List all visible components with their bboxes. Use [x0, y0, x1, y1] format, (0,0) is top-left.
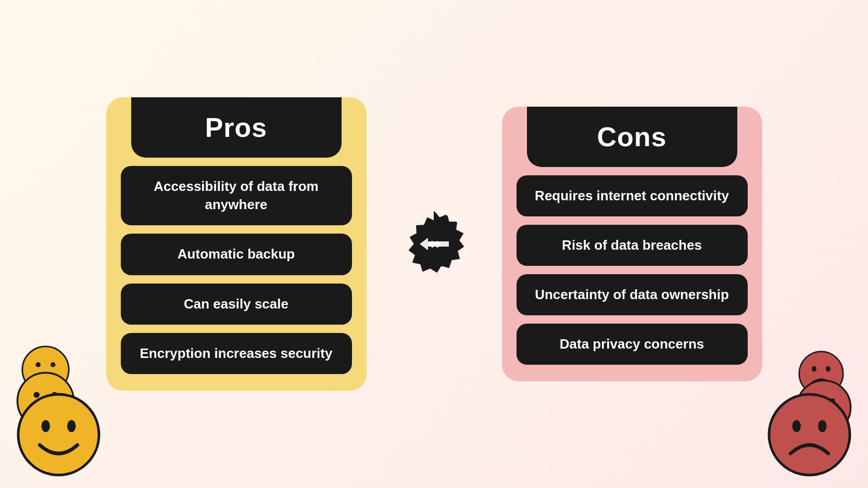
cons-item-4: Data privacy concerns [517, 324, 748, 365]
svg-point-1 [36, 362, 41, 367]
cons-item-1: Requires internet connectivity [517, 175, 748, 216]
svg-point-11 [826, 366, 831, 372]
pros-item-2: Automatic backup [121, 234, 352, 275]
sad-main [766, 392, 852, 478]
svg-point-2 [51, 362, 56, 367]
pros-item-3: Can easily scale [121, 284, 352, 325]
pros-item-4: Encryption increases security [121, 333, 352, 374]
cons-card: Cons Requires internet connectivity Risk… [502, 107, 762, 381]
svg-point-8 [67, 420, 76, 432]
cons-header: Cons [527, 107, 737, 167]
smiley-main [16, 392, 102, 478]
cons-item-2: Risk of data breaches [517, 225, 748, 266]
svg-point-15 [769, 394, 850, 475]
svg-point-17 [818, 420, 827, 432]
pros-card: Pros Accessibility of data from anywhere… [106, 97, 367, 390]
pros-title: Pros [205, 112, 268, 143]
main-container: Pros Accessibility of data from anywhere… [106, 97, 762, 390]
smiley-stack [16, 210, 102, 478]
svg-point-7 [42, 420, 51, 432]
svg-point-6 [18, 394, 99, 475]
svg-point-16 [792, 420, 801, 432]
versus-badge: · VERSUS · VERSUS ~ ⇔ [398, 208, 471, 280]
svg-text:⇔: ⇔ [428, 236, 441, 252]
versus-gear-icon: · VERSUS · VERSUS ~ ⇔ [398, 208, 471, 280]
sad-stack [766, 215, 852, 478]
pros-item-1: Accessibility of data from anywhere [121, 166, 352, 225]
cons-title: Cons [597, 122, 667, 152]
svg-point-10 [812, 366, 816, 372]
cons-item-3: Uncertainty of data ownership [517, 274, 748, 315]
pros-header: Pros [131, 97, 342, 158]
